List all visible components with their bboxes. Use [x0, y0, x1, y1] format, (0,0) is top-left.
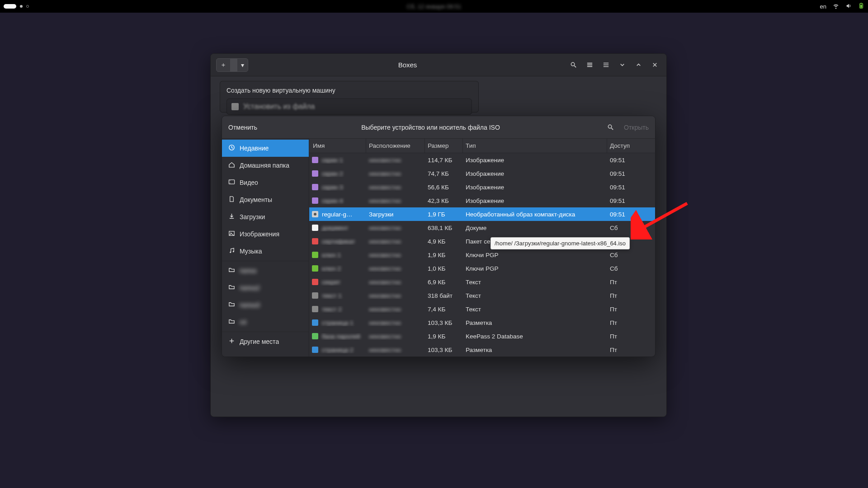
file-row[interactable]: база паролей неизвестно 1,9 КБ KeePass 2…	[309, 329, 655, 343]
svg-rect-10	[603, 66, 608, 67]
system-top-bar: Сб, 12 января 09:51 en	[0, 0, 868, 13]
file-row[interactable]: скрин 4 неизвестно 42,3 КБ Изображение 0…	[309, 194, 655, 207]
chevron-down-icon: ▾	[237, 61, 248, 69]
file-size: 42,3 КБ	[425, 197, 463, 204]
new-vm-button[interactable]: ＋ ▾	[216, 58, 248, 72]
tooltip-prefix: /home/	[495, 240, 513, 247]
tooltip-user-blurred	[513, 240, 514, 247]
file-location: неизвестно	[369, 279, 401, 286]
file-size: 103,3 КБ	[425, 347, 463, 353]
file-row[interactable]: скрин 3 неизвестно 56,6 КБ Изображение 0…	[309, 180, 655, 194]
file-accessed: 09:51	[607, 184, 655, 191]
volume-icon[interactable]	[845, 3, 852, 10]
file-name: секрет	[322, 279, 340, 286]
sidebar-bookmark[interactable]: п4	[222, 314, 309, 331]
file-accessed: 09:51	[607, 211, 655, 218]
install-from-file-row[interactable]: Установить из файла	[226, 99, 472, 115]
file-accessed: Пт	[607, 292, 655, 299]
file-row[interactable]: страница 2 неизвестно 103,3 КБ Разметка …	[309, 343, 655, 357]
file-row[interactable]: текст 2 неизвестно 7,4 КБ Текст Пт	[309, 302, 655, 316]
sidebar-item-music[interactable]: Музыка	[222, 243, 309, 260]
svg-rect-5	[587, 63, 592, 64]
svg-point-3	[571, 62, 575, 66]
file-row[interactable]: ключ 1 неизвестно 1,9 КБ Ключи PGP Сб	[309, 248, 655, 262]
file-size: 7,4 КБ	[425, 306, 463, 313]
workspace-dot[interactable]	[26, 5, 29, 8]
file-size: 1,9 КБ	[425, 333, 463, 340]
file-location: неизвестно	[369, 292, 401, 299]
column-size[interactable]: Размер	[425, 139, 463, 153]
column-type[interactable]: Тип	[463, 139, 607, 153]
search-icon[interactable]	[604, 121, 617, 134]
file-name: regular-g…	[322, 211, 353, 218]
sidebar-item-clock[interactable]: Недавние	[222, 140, 309, 157]
wifi-icon[interactable]	[833, 3, 839, 10]
video-icon	[228, 178, 235, 187]
activities-pill[interactable]	[4, 4, 16, 9]
file-location: неизвестно	[369, 252, 401, 258]
file-chooser-headerbar: Отменить Выберите устройство или носител…	[222, 116, 655, 139]
file-row[interactable]: скрин 1 неизвестно 114,7 КБ Изображение …	[309, 153, 655, 167]
sidebar-bookmark[interactable]: папка3	[222, 296, 309, 314]
file-row[interactable]: страница 1 неизвестно 103,3 КБ Разметка …	[309, 316, 655, 329]
file-type: Изображение	[463, 197, 607, 204]
file-type-icon	[312, 252, 318, 258]
create-vm-title: Создать новую виртуальную машину	[226, 87, 472, 94]
clock-blurred: Сб, 12 января 09:51	[407, 3, 462, 10]
file-row[interactable]: ключ 2 неизвестно 1,0 КБ Ключи PGP Сб	[309, 262, 655, 275]
workspace-dot-active[interactable]	[20, 5, 23, 8]
boxes-headerbar: ＋ ▾ Boxes	[211, 54, 666, 76]
file-accessed: Сб	[607, 265, 655, 272]
list-view-icon[interactable]	[583, 59, 596, 71]
keyboard-layout-indicator[interactable]: en	[820, 3, 826, 10]
file-type-icon	[312, 292, 318, 299]
sidebar-item-picture[interactable]: Изображения	[222, 225, 309, 243]
sidebar-item-home[interactable]: Домашняя папка	[222, 157, 309, 174]
column-name[interactable]: Имя	[309, 139, 366, 153]
sidebar-separator	[222, 332, 309, 332]
menu-icon[interactable]	[599, 59, 612, 71]
file-accessed: 09:51	[607, 197, 655, 204]
sidebar-item-video[interactable]: Видео	[222, 174, 309, 191]
sidebar-item-label: папка2	[240, 284, 260, 291]
create-vm-panel: Создать новую виртуальную машину Установ…	[220, 81, 479, 113]
file-type: KeePass 2 Database	[463, 333, 607, 340]
svg-point-15	[230, 180, 231, 181]
file-chooser-sidebar: НедавниеДомашняя папкаВидеоДокументыЗагр…	[222, 139, 309, 357]
file-accessed: Пт	[607, 347, 655, 353]
file-accessed: Пт	[607, 279, 655, 286]
search-icon[interactable]	[567, 59, 580, 71]
file-row[interactable]: regular-g… Загрузки 1,9 ГБ Необработанны…	[309, 207, 655, 221]
close-button[interactable]	[648, 59, 661, 71]
file-location: неизвестно	[369, 197, 401, 204]
column-location[interactable]: Расположение	[366, 139, 425, 153]
file-row[interactable]: секрет неизвестно 6,9 КБ Текст Пт	[309, 275, 655, 289]
file-type-icon	[312, 238, 318, 244]
file-type: Текст	[463, 292, 607, 299]
sidebar-bookmark[interactable]: папка2	[222, 279, 309, 296]
file-name: скрин 1	[322, 157, 343, 164]
column-accessed[interactable]: Доступ	[607, 139, 655, 153]
sidebar-item-doc[interactable]: Документы	[222, 191, 309, 208]
file-row[interactable]: документ неизвестно 638,1 КБ Докуме Сб	[309, 221, 655, 235]
sidebar-item-label: Документы	[240, 196, 272, 203]
file-accessed: Пт	[607, 306, 655, 313]
sidebar-item-label: Видео	[240, 179, 258, 186]
cancel-button[interactable]: Отменить	[228, 124, 257, 131]
file-location: неизвестно	[369, 238, 401, 245]
open-button[interactable]: Открыть	[624, 124, 649, 131]
minimize-button[interactable]	[616, 59, 628, 71]
file-row[interactable]: скрин 2 неизвестно 74,7 КБ Изображение 0…	[309, 167, 655, 180]
battery-icon[interactable]	[858, 3, 864, 10]
maximize-button[interactable]	[632, 59, 645, 71]
file-size: 638,1 КБ	[425, 225, 463, 231]
file-location: неизвестно	[369, 347, 401, 353]
file-type-icon	[312, 347, 318, 353]
sidebar-item-download[interactable]: Загрузки	[222, 208, 309, 225]
file-name: ключ 2	[322, 265, 341, 272]
sidebar-item-label: Другие места	[240, 338, 279, 345]
file-type: Текст	[463, 306, 607, 313]
file-row[interactable]: текст 1 неизвестно 318 байт Текст Пт	[309, 289, 655, 302]
sidebar-bookmark[interactable]: папка	[222, 262, 309, 279]
sidebar-other-places[interactable]: Другие места	[222, 333, 309, 350]
